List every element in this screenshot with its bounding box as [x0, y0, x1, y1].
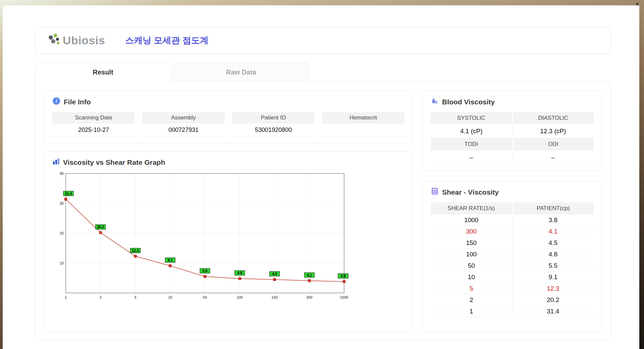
file-info-title-row: i File Info: [52, 97, 405, 107]
field-patient-id: Patient ID 53001920800: [232, 112, 315, 137]
shear-rate-value: 5: [431, 283, 512, 294]
blood-viscosity-title-row: Blood Viscosity: [431, 97, 594, 107]
header: Ubiosis 스캐닝 모세관 점도계: [35, 27, 611, 54]
todi-header: TODI: [431, 138, 512, 150]
calculator-icon: [431, 187, 439, 197]
odi-header: ODI: [513, 138, 594, 150]
patient-viscosity-value: 5.5: [512, 260, 594, 271]
graph-title-row: Viscosity vs Shear Rate Graph: [52, 158, 405, 167]
shear-rate-value: 1: [431, 306, 512, 317]
svg-text:20: 20: [60, 231, 64, 235]
file-info-fields: Scanning Date 2025-10-27 Assembly 000727…: [52, 112, 405, 137]
logo-dots-icon: [47, 33, 61, 48]
svg-text:12.3: 12.3: [132, 249, 139, 253]
patient-viscosity-value: 4.8: [512, 249, 594, 260]
shear-viscosity-title-row: Shear - Viscosity: [431, 187, 594, 197]
svg-text:10: 10: [60, 261, 64, 265]
shear-rate-header: SHEAR RATE(1/s): [431, 202, 512, 214]
shear-rate-value: 2: [431, 294, 512, 306]
table-row: 1 31.4: [431, 306, 594, 317]
field-hematocrit: Hematocrit: [322, 112, 405, 137]
shear-viscosity-title: Shear - Viscosity: [442, 188, 499, 196]
field-label: Assembly: [142, 112, 225, 123]
field-value: 2025-10-27: [52, 123, 135, 137]
page-title: 스캐닝 모세관 점도계: [125, 35, 208, 46]
field-scanning-date: Scanning Date 2025-10-27: [52, 112, 135, 137]
blood-viscosity-card: Blood Viscosity SYSTOLIC DIASTOLIC 4.1 (…: [422, 91, 602, 171]
patient-viscosity-value: 4.1: [512, 226, 594, 237]
todi-value: –: [431, 150, 512, 164]
svg-text:3.8: 3.8: [341, 274, 346, 278]
tab-raw-data[interactable]: Raw Data: [173, 62, 309, 82]
close-icon[interactable]: ×: [635, 0, 639, 8]
svg-text:4.1: 4.1: [307, 273, 312, 277]
table-row: 50 5.5: [431, 260, 594, 271]
svg-text:31.4: 31.4: [65, 192, 72, 196]
table-row: 300 4.1: [431, 226, 594, 237]
field-value: 53001920800: [232, 123, 315, 137]
field-value: 000727931: [142, 123, 225, 137]
svg-text:30: 30: [60, 201, 64, 205]
patient-header: PATIENT(cp): [513, 202, 594, 214]
table-row: 1000 3.8: [431, 214, 594, 226]
shear-viscosity-card: Shear - Viscosity SHEAR RATE(1/s) PATIEN…: [422, 181, 602, 332]
field-label: Patient ID: [232, 112, 315, 123]
graph-card: Viscosity vs Shear Rate Graph 1020304012…: [44, 151, 413, 332]
table-header-row: SHEAR RATE(1/s) PATIENT(cp): [431, 202, 594, 214]
table-row: – –: [431, 150, 594, 164]
table-row: 2 20.2: [431, 294, 594, 306]
svg-text:100: 100: [237, 295, 243, 299]
tab-result[interactable]: Result: [35, 62, 171, 82]
svg-text:50: 50: [203, 295, 207, 299]
chart-area: 102030401251050100150300100031.420.212.3…: [52, 170, 405, 303]
table-row: 100 4.8: [431, 249, 594, 260]
svg-text:150: 150: [271, 295, 277, 299]
svg-text:5.5: 5.5: [203, 269, 208, 273]
table-row: 150 4.5: [431, 237, 594, 249]
svg-text:10: 10: [168, 295, 172, 299]
left-column: i File Info Scanning Date 2025-10-27 Ass…: [44, 91, 413, 332]
diastolic-value: 12.3 (cP): [512, 124, 594, 138]
patient-viscosity-value: 3.8: [512, 214, 594, 226]
blood-viscosity-table: SYSTOLIC DIASTOLIC 4.1 (cP) 12.3 (cP) TO…: [431, 112, 594, 164]
right-column: Blood Viscosity SYSTOLIC DIASTOLIC 4.1 (…: [422, 91, 602, 332]
svg-text:1: 1: [65, 295, 67, 299]
field-assembly: Assembly 000727931: [142, 112, 225, 137]
patient-viscosity-value: 31.4: [512, 306, 594, 317]
blood-viscosity-title: Blood Viscosity: [442, 98, 495, 106]
svg-text:1000: 1000: [340, 295, 348, 299]
patient-viscosity-value: 9.1: [512, 271, 594, 283]
result-panel: i File Info Scanning Date 2025-10-27 Ass…: [35, 82, 611, 341]
file-info-card: i File Info Scanning Date 2025-10-27 Ass…: [44, 91, 413, 143]
logo-text: Ubiosis: [63, 34, 105, 47]
bar-chart-icon: [52, 158, 60, 167]
field-label: Scanning Date: [52, 112, 135, 123]
shear-rate-value: 150: [431, 237, 512, 249]
file-info-title: File Info: [64, 98, 91, 106]
table-header-row: SYSTOLIC DIASTOLIC: [431, 112, 594, 124]
tab-bar: Result Raw Data: [35, 62, 639, 82]
svg-text:2: 2: [100, 295, 102, 299]
shear-viscosity-table: SHEAR RATE(1/s) PATIENT(cp) 1000 3.8 300…: [431, 202, 594, 317]
table-row: 10 9.1: [431, 271, 594, 283]
logo: Ubiosis: [47, 33, 105, 48]
table-header-row: TODI ODI: [431, 138, 594, 150]
svg-text:4.8: 4.8: [237, 271, 242, 275]
droplet-icon: [431, 97, 439, 107]
graph-title: Viscosity vs Shear Rate Graph: [63, 158, 165, 166]
shear-rate-value: 300: [431, 226, 512, 237]
diastolic-header: DIASTOLIC: [513, 112, 594, 124]
svg-text:5: 5: [134, 295, 136, 299]
svg-text:20.2: 20.2: [97, 225, 104, 229]
table-row: 4.1 (cP) 12.3 (cP): [431, 124, 594, 138]
shear-rate-value: 10: [431, 271, 512, 283]
shear-rate-value: 50: [431, 260, 512, 271]
patient-viscosity-value: 12.3: [512, 283, 594, 294]
app-window: Ubiosis 스캐닝 모세관 점도계 Result Raw Data i: [3, 5, 639, 349]
svg-text:4.5: 4.5: [272, 272, 277, 276]
svg-text:300: 300: [306, 295, 312, 299]
svg-text:40: 40: [60, 171, 64, 176]
shear-rate-value: 100: [431, 249, 512, 260]
systolic-header: SYSTOLIC: [431, 112, 512, 124]
table-row: 5 12.3: [431, 283, 594, 294]
